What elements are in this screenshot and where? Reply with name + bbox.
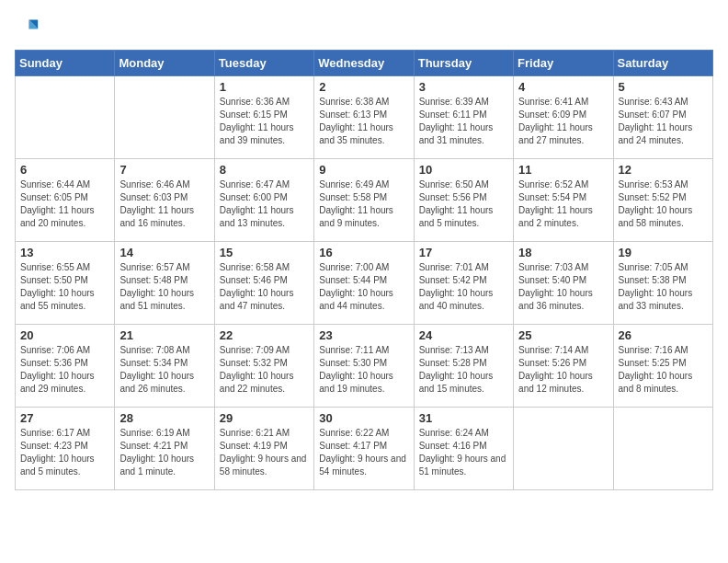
day-info: Sunrise: 6:55 AM Sunset: 5:50 PM Dayligh…: [20, 261, 109, 313]
day-info: Sunrise: 7:13 AM Sunset: 5:28 PM Dayligh…: [419, 344, 508, 396]
day-number: 19: [619, 246, 708, 259]
day-number: 12: [619, 163, 708, 177]
calendar-cell: 14Sunrise: 6:57 AM Sunset: 5:48 PM Dayli…: [115, 242, 214, 325]
calendar-cell: 21Sunrise: 7:08 AM Sunset: 5:34 PM Dayli…: [115, 325, 214, 408]
day-info: Sunrise: 6:22 AM Sunset: 4:17 PM Dayligh…: [319, 427, 408, 478]
calendar-cell: [16, 76, 115, 159]
weekday-header-monday: Monday: [115, 51, 214, 76]
day-number: 2: [319, 80, 408, 94]
day-info: Sunrise: 7:06 AM Sunset: 5:36 PM Dayligh…: [20, 344, 109, 396]
day-info: Sunrise: 6:19 AM Sunset: 4:21 PM Dayligh…: [119, 427, 209, 478]
day-info: Sunrise: 7:11 AM Sunset: 5:30 PM Dayligh…: [319, 344, 408, 396]
weekday-header-thursday: Thursday: [414, 51, 513, 76]
calendar-cell: 25Sunrise: 7:14 AM Sunset: 5:26 PM Dayli…: [514, 325, 613, 408]
day-number: 17: [419, 246, 508, 259]
calendar-cell: 1Sunrise: 6:36 AM Sunset: 6:15 PM Daylig…: [214, 76, 313, 159]
page-header: [15, 15, 713, 40]
day-number: 9: [319, 163, 408, 177]
weekday-header-sunday: Sunday: [16, 51, 115, 76]
calendar-week-1: 1Sunrise: 6:36 AM Sunset: 6:15 PM Daylig…: [16, 76, 713, 159]
calendar-cell: 20Sunrise: 7:06 AM Sunset: 5:36 PM Dayli…: [16, 325, 115, 408]
calendar-cell: 19Sunrise: 7:05 AM Sunset: 5:38 PM Dayli…: [613, 242, 712, 325]
calendar-cell: 9Sunrise: 6:49 AM Sunset: 5:58 PM Daylig…: [314, 159, 414, 242]
day-number: 8: [220, 163, 309, 177]
weekday-header-saturday: Saturday: [613, 51, 712, 76]
day-info: Sunrise: 6:58 AM Sunset: 5:46 PM Dayligh…: [220, 261, 309, 313]
day-info: Sunrise: 6:43 AM Sunset: 6:07 PM Dayligh…: [619, 96, 708, 147]
day-number: 30: [319, 411, 408, 425]
day-info: Sunrise: 6:47 AM Sunset: 6:00 PM Dayligh…: [220, 178, 309, 230]
weekday-header-tuesday: Tuesday: [214, 51, 313, 76]
day-info: Sunrise: 7:16 AM Sunset: 5:25 PM Dayligh…: [619, 344, 708, 396]
calendar-week-5: 27Sunrise: 6:17 AM Sunset: 4:23 PM Dayli…: [16, 408, 713, 490]
weekday-header-friday: Friday: [514, 51, 613, 76]
calendar-cell: 31Sunrise: 6:24 AM Sunset: 4:16 PM Dayli…: [414, 408, 513, 490]
day-info: Sunrise: 6:57 AM Sunset: 5:48 PM Dayligh…: [119, 261, 209, 313]
calendar-cell: 23Sunrise: 7:11 AM Sunset: 5:30 PM Dayli…: [314, 325, 414, 408]
day-info: Sunrise: 6:41 AM Sunset: 6:09 PM Dayligh…: [518, 96, 608, 147]
calendar-week-4: 20Sunrise: 7:06 AM Sunset: 5:36 PM Dayli…: [16, 325, 713, 408]
calendar-cell: 30Sunrise: 6:22 AM Sunset: 4:17 PM Dayli…: [314, 408, 414, 490]
calendar-cell: 24Sunrise: 7:13 AM Sunset: 5:28 PM Dayli…: [414, 325, 513, 408]
day-info: Sunrise: 7:09 AM Sunset: 5:32 PM Dayligh…: [220, 344, 309, 396]
calendar-cell: 2Sunrise: 6:38 AM Sunset: 6:13 PM Daylig…: [314, 76, 414, 159]
day-info: Sunrise: 7:14 AM Sunset: 5:26 PM Dayligh…: [518, 344, 608, 396]
day-info: Sunrise: 7:05 AM Sunset: 5:38 PM Dayligh…: [619, 261, 708, 313]
day-info: Sunrise: 6:44 AM Sunset: 6:05 PM Dayligh…: [20, 178, 109, 230]
calendar-cell: 6Sunrise: 6:44 AM Sunset: 6:05 PM Daylig…: [16, 159, 115, 242]
day-info: Sunrise: 6:39 AM Sunset: 6:11 PM Dayligh…: [419, 96, 508, 147]
calendar-cell: [115, 76, 214, 159]
calendar-cell: 15Sunrise: 6:58 AM Sunset: 5:46 PM Dayli…: [214, 242, 313, 325]
day-number: 21: [119, 328, 209, 342]
calendar-cell: 26Sunrise: 7:16 AM Sunset: 5:25 PM Dayli…: [613, 325, 712, 408]
calendar-week-2: 6Sunrise: 6:44 AM Sunset: 6:05 PM Daylig…: [16, 159, 713, 242]
calendar-header-row: SundayMondayTuesdayWednesdayThursdayFrid…: [16, 51, 713, 76]
day-number: 14: [119, 246, 209, 259]
day-info: Sunrise: 6:38 AM Sunset: 6:13 PM Dayligh…: [319, 96, 408, 147]
day-info: Sunrise: 6:49 AM Sunset: 5:58 PM Dayligh…: [319, 178, 408, 230]
calendar-cell: [613, 408, 712, 490]
day-number: 13: [20, 246, 109, 259]
day-number: 22: [220, 328, 309, 342]
calendar-cell: 3Sunrise: 6:39 AM Sunset: 6:11 PM Daylig…: [414, 76, 513, 159]
calendar-cell: 10Sunrise: 6:50 AM Sunset: 5:56 PM Dayli…: [414, 159, 513, 242]
calendar-cell: [514, 408, 613, 490]
logo: [15, 15, 44, 40]
calendar-table: SundayMondayTuesdayWednesdayThursdayFrid…: [15, 50, 713, 490]
day-number: 23: [319, 328, 408, 342]
calendar-cell: 28Sunrise: 6:19 AM Sunset: 4:21 PM Dayli…: [115, 408, 214, 490]
calendar-cell: 29Sunrise: 6:21 AM Sunset: 4:19 PM Dayli…: [214, 408, 313, 490]
day-info: Sunrise: 7:03 AM Sunset: 5:40 PM Dayligh…: [518, 261, 608, 313]
calendar-cell: 18Sunrise: 7:03 AM Sunset: 5:40 PM Dayli…: [514, 242, 613, 325]
day-number: 15: [220, 246, 309, 259]
day-number: 20: [20, 328, 109, 342]
day-number: 1: [220, 80, 309, 94]
day-number: 26: [619, 328, 708, 342]
day-number: 10: [419, 163, 508, 177]
day-number: 16: [319, 246, 408, 259]
day-info: Sunrise: 7:00 AM Sunset: 5:44 PM Dayligh…: [319, 261, 408, 313]
calendar-week-3: 13Sunrise: 6:55 AM Sunset: 5:50 PM Dayli…: [16, 242, 713, 325]
day-number: 24: [419, 328, 508, 342]
day-number: 31: [419, 411, 508, 425]
calendar-cell: 12Sunrise: 6:53 AM Sunset: 5:52 PM Dayli…: [613, 159, 712, 242]
calendar-cell: 5Sunrise: 6:43 AM Sunset: 6:07 PM Daylig…: [613, 76, 712, 159]
day-number: 18: [518, 246, 608, 259]
weekday-header-wednesday: Wednesday: [314, 51, 414, 76]
calendar-cell: 11Sunrise: 6:52 AM Sunset: 5:54 PM Dayli…: [514, 159, 613, 242]
day-info: Sunrise: 6:17 AM Sunset: 4:23 PM Dayligh…: [20, 427, 109, 478]
day-number: 28: [119, 411, 209, 425]
day-info: Sunrise: 6:21 AM Sunset: 4:19 PM Dayligh…: [220, 427, 309, 478]
day-number: 3: [419, 80, 508, 94]
day-number: 6: [20, 163, 109, 177]
day-info: Sunrise: 6:53 AM Sunset: 5:52 PM Dayligh…: [619, 178, 708, 230]
calendar-cell: 16Sunrise: 7:00 AM Sunset: 5:44 PM Dayli…: [314, 242, 414, 325]
day-info: Sunrise: 7:08 AM Sunset: 5:34 PM Dayligh…: [119, 344, 209, 396]
day-number: 5: [619, 80, 708, 94]
day-info: Sunrise: 6:24 AM Sunset: 4:16 PM Dayligh…: [419, 427, 508, 478]
day-number: 4: [518, 80, 608, 94]
day-info: Sunrise: 6:50 AM Sunset: 5:56 PM Dayligh…: [419, 178, 508, 230]
calendar-cell: 13Sunrise: 6:55 AM Sunset: 5:50 PM Dayli…: [16, 242, 115, 325]
day-info: Sunrise: 6:46 AM Sunset: 6:03 PM Dayligh…: [119, 178, 209, 230]
calendar-cell: 27Sunrise: 6:17 AM Sunset: 4:23 PM Dayli…: [16, 408, 115, 490]
